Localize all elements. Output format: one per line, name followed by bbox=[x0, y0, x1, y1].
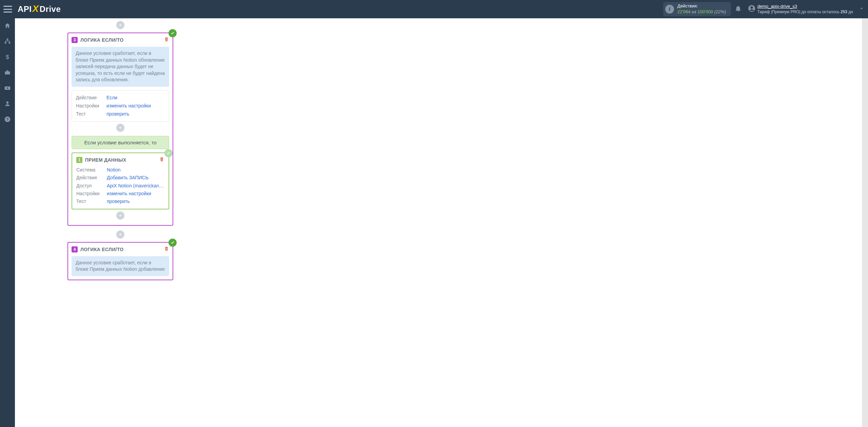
add-step-button[interactable] bbox=[116, 230, 124, 239]
kv-value-test[interactable]: проверить bbox=[106, 110, 130, 118]
inner-data-card[interactable]: 1 ПРИЕМ ДАННЫХ СистемаNotion ДействиеДоб… bbox=[72, 152, 169, 209]
kv-label-action: Действие bbox=[76, 94, 102, 102]
kv-label-access: Доступ bbox=[76, 182, 102, 190]
dollar-icon[interactable]: $ bbox=[3, 53, 12, 61]
add-inner-step-button[interactable] bbox=[116, 211, 124, 220]
menu-button[interactable] bbox=[3, 6, 12, 13]
tariff-days: 253 bbox=[841, 9, 847, 14]
tariff-suffix: дн bbox=[847, 9, 853, 14]
user-text: demo_apix-drive_s3 Тариф |Премиум PRO| д… bbox=[757, 4, 853, 15]
username[interactable]: demo_apix-drive_s3 bbox=[757, 4, 853, 9]
delete-button[interactable] bbox=[159, 157, 164, 163]
svg-rect-3 bbox=[5, 42, 6, 44]
svg-point-1 bbox=[750, 6, 753, 9]
kv-value-system[interactable]: Notion bbox=[107, 166, 120, 174]
actions-limit: 100'000 bbox=[697, 9, 713, 14]
logo-text-post: Drive bbox=[40, 4, 61, 14]
check-badge-icon bbox=[164, 149, 173, 157]
main-canvas: 3 ЛОГИКА ЕСЛИ/ТО Данное условие сработае… bbox=[15, 18, 868, 427]
topbar: API X Drive i Действия: 22'064 из 100'00… bbox=[0, 0, 868, 18]
actions-of: из bbox=[692, 9, 696, 14]
logo-text-pre: API bbox=[18, 4, 32, 14]
logo-text-x: X bbox=[33, 3, 39, 14]
check-badge-icon bbox=[169, 29, 177, 37]
card-note: Данное условие сработает, если в блоке П… bbox=[72, 256, 169, 276]
bell-icon[interactable] bbox=[734, 5, 742, 14]
logic-card-4[interactable]: 4 ЛОГИКА ЕСЛИ/ТО Данное условие сработае… bbox=[67, 242, 173, 280]
avatar-icon bbox=[748, 5, 755, 14]
check-badge-icon bbox=[169, 239, 177, 247]
actions-info[interactable]: i Действия: 22'064 из 100'000 (22%) bbox=[663, 2, 731, 16]
card-settings-block: ДействиеЕсли Настройкиизменить настройки… bbox=[72, 90, 169, 122]
kv-value-action[interactable]: Если bbox=[106, 94, 117, 102]
sidebar: $ ? bbox=[0, 18, 15, 427]
card-note: Данное условие сработает, если в блоке П… bbox=[72, 47, 169, 87]
youtube-icon[interactable] bbox=[3, 84, 12, 92]
step-number: 4 bbox=[72, 246, 78, 252]
card-title: ЛОГИКА ЕСЛИ/ТО bbox=[80, 37, 123, 43]
svg-point-8 bbox=[6, 101, 9, 104]
kv-label-test: Тест bbox=[76, 198, 102, 205]
kv-label-system: Система bbox=[76, 166, 102, 174]
svg-text:?: ? bbox=[6, 117, 8, 121]
home-icon[interactable] bbox=[3, 22, 12, 30]
actions-label: Действия: bbox=[677, 3, 726, 9]
card-title: ЛОГИКА ЕСЛИ/ТО bbox=[80, 247, 123, 252]
kv-value-access[interactable]: ApiX Notion (maverickandrew) bbox=[107, 182, 164, 190]
question-icon[interactable]: ? bbox=[3, 115, 12, 123]
user-block[interactable]: demo_apix-drive_s3 Тариф |Премиум PRO| д… bbox=[748, 4, 853, 15]
kv-label-test: Тест bbox=[76, 110, 102, 118]
kv-value-action[interactable]: Добавить ЗАПИСЬ bbox=[107, 174, 149, 182]
kv-label-action: Действие bbox=[76, 174, 102, 182]
chevron-down-icon[interactable] bbox=[859, 5, 865, 13]
tariff-name: Премиум PRO bbox=[772, 9, 799, 14]
kv-value-settings[interactable]: изменить настройки bbox=[107, 190, 151, 198]
svg-rect-6 bbox=[5, 72, 10, 75]
scrollbar-track[interactable] bbox=[862, 18, 868, 427]
tariff-mid: | до оплаты осталось bbox=[799, 9, 841, 14]
logo[interactable]: API X Drive bbox=[18, 4, 61, 15]
step-number: 3 bbox=[72, 37, 78, 43]
kv-label-settings: Настройки bbox=[76, 190, 102, 198]
logic-card-3[interactable]: 3 ЛОГИКА ЕСЛИ/ТО Данное условие сработае… bbox=[67, 33, 173, 226]
briefcase-icon[interactable] bbox=[3, 68, 12, 77]
delete-button[interactable] bbox=[164, 37, 169, 43]
kv-value-test[interactable]: проверить bbox=[107, 198, 130, 205]
svg-text:$: $ bbox=[6, 54, 9, 60]
actions-count: 22'064 bbox=[677, 9, 691, 14]
add-step-button[interactable] bbox=[116, 21, 124, 29]
info-icon: i bbox=[665, 5, 674, 14]
tariff-prefix: Тариф | bbox=[757, 9, 772, 14]
svg-rect-4 bbox=[8, 42, 10, 44]
add-inner-step-button[interactable] bbox=[116, 124, 124, 132]
kv-label-settings: Настройки bbox=[76, 102, 102, 110]
delete-button[interactable] bbox=[164, 246, 169, 253]
user-icon[interactable] bbox=[3, 100, 12, 108]
step-number: 1 bbox=[76, 157, 82, 163]
condition-banner: Если условие выполняется, то bbox=[72, 136, 169, 149]
kv-value-settings[interactable]: изменить настройки bbox=[106, 102, 151, 110]
actions-pct: (22%) bbox=[714, 9, 726, 14]
card-title: ПРИЕМ ДАННЫХ bbox=[85, 157, 126, 163]
actions-text: Действия: 22'064 из 100'000 (22%) bbox=[677, 3, 726, 15]
svg-rect-2 bbox=[7, 39, 8, 40]
sitemap-icon[interactable] bbox=[3, 37, 12, 45]
